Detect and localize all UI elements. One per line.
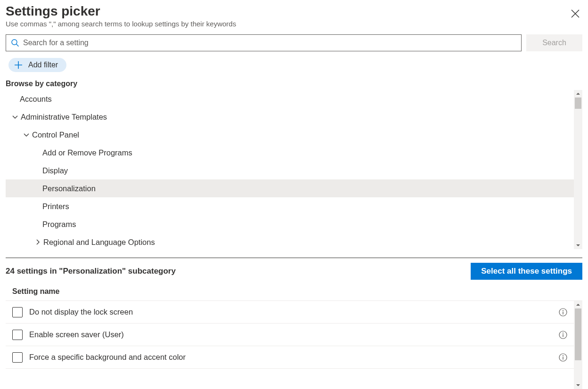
tree-item[interactable]: Accounts	[6, 90, 574, 108]
add-filter-button[interactable]: Add filter	[8, 58, 66, 72]
close-button[interactable]	[568, 7, 582, 21]
chevron-down-icon[interactable]	[9, 113, 21, 120]
setting-checkbox[interactable]	[12, 330, 23, 340]
svg-point-6	[563, 332, 564, 333]
setting-row[interactable]: Enable screen saver (User)	[6, 324, 574, 346]
tree-item[interactable]: Regional and Language Options	[6, 233, 574, 249]
setting-checkbox[interactable]	[12, 352, 23, 363]
setting-label: Do not display the lock screen	[29, 308, 559, 316]
tree-item-label: Printers	[42, 202, 69, 211]
page-subtitle: Use commas "," among search terms to loo…	[6, 20, 236, 28]
category-tree: AccountsAdministrative TemplatesControl …	[6, 90, 574, 249]
setting-row[interactable]: Do not display the lock screen	[6, 301, 574, 324]
tree-item[interactable]: Personalization	[6, 179, 574, 197]
search-input[interactable]	[19, 38, 516, 48]
tree-item-label: Administrative Templates	[21, 113, 107, 122]
tree-item-label: Accounts	[20, 95, 52, 104]
search-box[interactable]	[6, 34, 522, 51]
tree-scrollbar[interactable]	[574, 90, 582, 249]
svg-rect-7	[563, 334, 563, 337]
info-icon[interactable]	[559, 308, 567, 316]
svg-line-1	[16, 44, 19, 47]
tree-item[interactable]: Control Panel	[6, 126, 574, 144]
setting-label: Force a specific background and accent c…	[29, 353, 559, 362]
column-header-setting-name[interactable]: Setting name	[6, 284, 582, 300]
scroll-down-icon[interactable]	[574, 381, 582, 389]
chevron-right-icon[interactable]	[32, 239, 43, 245]
add-filter-label: Add filter	[28, 61, 58, 69]
setting-label: Enable screen saver (User)	[29, 330, 559, 339]
browse-by-category-label: Browse by category	[6, 80, 582, 88]
tree-item[interactable]: Programs	[6, 215, 574, 233]
tree-item[interactable]: Add or Remove Programs	[6, 144, 574, 162]
tree-item-label: Display	[42, 166, 68, 175]
scroll-thumb[interactable]	[575, 308, 581, 360]
tree-item[interactable]: Printers	[6, 197, 574, 215]
tree-item-label: Programs	[42, 220, 76, 229]
section-divider	[6, 258, 582, 258]
svg-point-9	[563, 355, 564, 356]
search-icon	[11, 39, 19, 47]
tree-item[interactable]: Administrative Templates	[6, 108, 574, 126]
scroll-up-icon[interactable]	[574, 90, 582, 97]
svg-point-0	[12, 40, 17, 45]
setting-row[interactable]: Force a specific background and accent c…	[6, 346, 574, 369]
page-title: Settings picker	[6, 4, 236, 19]
scroll-up-icon[interactable]	[574, 301, 582, 308]
close-icon	[571, 9, 580, 18]
settings-scrollbar[interactable]	[574, 301, 582, 389]
tree-item-label: Add or Remove Programs	[42, 148, 132, 157]
settings-list: Do not display the lock screenEnable scr…	[6, 301, 574, 389]
plus-icon	[14, 61, 23, 69]
tree-item[interactable]: Display	[6, 162, 574, 179]
chevron-down-icon[interactable]	[21, 131, 32, 138]
search-button[interactable]: Search	[526, 34, 582, 51]
info-icon[interactable]	[559, 331, 567, 339]
svg-rect-10	[563, 357, 563, 359]
tree-item-label: Regional and Language Options	[43, 238, 155, 247]
svg-rect-4	[563, 311, 563, 314]
info-icon[interactable]	[559, 353, 567, 362]
svg-point-3	[563, 310, 564, 311]
tree-item-label: Control Panel	[32, 130, 79, 139]
scroll-thumb[interactable]	[575, 97, 581, 109]
results-count-label: 24 settings in "Personalization" subcate…	[6, 267, 176, 276]
setting-checkbox[interactable]	[12, 307, 23, 317]
scroll-down-icon[interactable]	[574, 242, 582, 249]
tree-item-label: Personalization	[42, 184, 96, 193]
select-all-button[interactable]: Select all these settings	[471, 263, 582, 280]
